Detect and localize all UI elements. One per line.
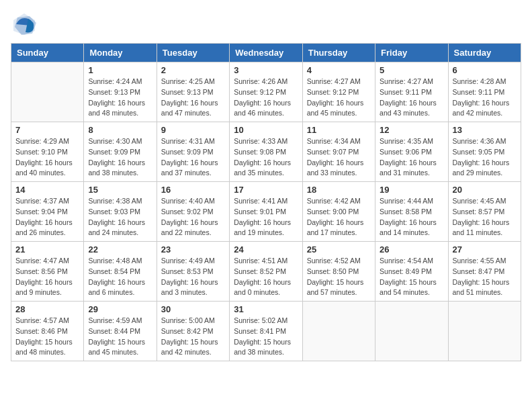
day-number: 25: [307, 244, 371, 255]
week-row-2: 7Sunrise: 4:29 AMSunset: 9:10 PMDaylight…: [11, 122, 521, 182]
calendar: SundayMondayTuesdayWednesdayThursdayFrid…: [11, 43, 521, 361]
calendar-cell: 7Sunrise: 4:29 AMSunset: 9:10 PMDaylight…: [11, 122, 84, 182]
week-row-4: 21Sunrise: 4:47 AMSunset: 8:56 PMDayligh…: [11, 242, 521, 302]
calendar-cell: 9Sunrise: 4:31 AMSunset: 9:09 PMDaylight…: [157, 122, 229, 182]
calendar-cell: 16Sunrise: 4:40 AMSunset: 9:02 PMDayligh…: [157, 182, 229, 242]
day-info: Sunrise: 4:38 AMSunset: 9:03 PMDaylight:…: [88, 196, 152, 238]
day-info: Sunrise: 5:02 AMSunset: 8:41 PMDaylight:…: [234, 316, 298, 358]
day-number: 4: [307, 65, 371, 75]
day-number: 17: [234, 185, 298, 195]
calendar-cell: 3Sunrise: 4:26 AMSunset: 9:12 PMDaylight…: [230, 62, 302, 122]
calendar-cell: 4Sunrise: 4:27 AMSunset: 9:12 PMDaylight…: [302, 62, 375, 122]
day-info: Sunrise: 4:49 AMSunset: 8:53 PMDaylight:…: [161, 256, 225, 298]
day-info: Sunrise: 4:54 AMSunset: 8:49 PMDaylight:…: [380, 256, 443, 298]
day-number: 2: [161, 65, 225, 75]
calendar-cell: [375, 302, 448, 361]
day-info: Sunrise: 4:41 AMSunset: 9:01 PMDaylight:…: [234, 196, 298, 238]
calendar-cell: 8Sunrise: 4:30 AMSunset: 9:09 PMDaylight…: [84, 122, 157, 182]
weekday-header-row: SundayMondayTuesdayWednesdayThursdayFrid…: [11, 44, 521, 62]
weekday-header-tuesday: Tuesday: [157, 44, 229, 62]
day-info: Sunrise: 4:24 AMSunset: 9:13 PMDaylight:…: [88, 77, 152, 119]
day-info: Sunrise: 4:27 AMSunset: 9:12 PMDaylight:…: [307, 77, 371, 119]
calendar-cell: 25Sunrise: 4:52 AMSunset: 8:50 PMDayligh…: [302, 242, 375, 302]
day-number: 14: [15, 185, 79, 195]
week-row-1: 1Sunrise: 4:24 AMSunset: 9:13 PMDaylight…: [11, 62, 521, 122]
day-info: Sunrise: 4:42 AMSunset: 9:00 PMDaylight:…: [307, 196, 371, 238]
calendar-cell: 22Sunrise: 4:48 AMSunset: 8:54 PMDayligh…: [84, 242, 157, 302]
calendar-cell: 11Sunrise: 4:34 AMSunset: 9:07 PMDayligh…: [302, 122, 375, 182]
day-number: 27: [453, 244, 517, 255]
day-info: Sunrise: 4:26 AMSunset: 9:12 PMDaylight:…: [234, 77, 298, 119]
day-info: Sunrise: 4:37 AMSunset: 9:04 PMDaylight:…: [15, 196, 79, 238]
calendar-cell: 27Sunrise: 4:55 AMSunset: 8:47 PMDayligh…: [448, 242, 521, 302]
day-number: 20: [453, 185, 517, 195]
calendar-cell: 5Sunrise: 4:27 AMSunset: 9:11 PMDaylight…: [375, 62, 448, 122]
calendar-cell: 26Sunrise: 4:54 AMSunset: 8:49 PMDayligh…: [375, 242, 448, 302]
day-number: 7: [15, 125, 79, 135]
weekday-header-saturday: Saturday: [448, 44, 521, 62]
calendar-cell: 20Sunrise: 4:45 AMSunset: 8:57 PMDayligh…: [448, 182, 521, 242]
week-row-5: 28Sunrise: 4:57 AMSunset: 8:46 PMDayligh…: [11, 302, 521, 361]
day-info: Sunrise: 4:57 AMSunset: 8:46 PMDaylight:…: [15, 316, 79, 358]
calendar-cell: 18Sunrise: 4:42 AMSunset: 9:00 PMDayligh…: [302, 182, 375, 242]
calendar-cell: 19Sunrise: 4:44 AMSunset: 8:58 PMDayligh…: [375, 182, 448, 242]
calendar-cell: 23Sunrise: 4:49 AMSunset: 8:53 PMDayligh…: [157, 242, 229, 302]
calendar-cell: 2Sunrise: 4:25 AMSunset: 9:13 PMDaylight…: [157, 62, 229, 122]
day-number: 31: [234, 304, 298, 314]
day-info: Sunrise: 4:44 AMSunset: 8:58 PMDaylight:…: [380, 196, 443, 238]
calendar-cell: 15Sunrise: 4:38 AMSunset: 9:03 PMDayligh…: [84, 182, 157, 242]
day-info: Sunrise: 4:59 AMSunset: 8:44 PMDaylight:…: [88, 316, 152, 358]
day-number: 24: [234, 244, 298, 255]
day-info: Sunrise: 4:30 AMSunset: 9:09 PMDaylight:…: [88, 136, 152, 179]
day-number: 8: [88, 125, 152, 135]
day-number: 28: [15, 304, 79, 314]
logo-icon: [11, 11, 38, 38]
day-info: Sunrise: 4:27 AMSunset: 9:11 PMDaylight:…: [380, 77, 443, 119]
day-number: 21: [15, 244, 79, 255]
calendar-cell: 24Sunrise: 4:51 AMSunset: 8:52 PMDayligh…: [230, 242, 302, 302]
day-info: Sunrise: 4:28 AMSunset: 9:11 PMDaylight:…: [453, 77, 517, 119]
calendar-cell: 6Sunrise: 4:28 AMSunset: 9:11 PMDaylight…: [448, 62, 521, 122]
day-info: Sunrise: 4:36 AMSunset: 9:05 PMDaylight:…: [453, 136, 517, 179]
day-number: 10: [234, 125, 298, 135]
calendar-cell: 28Sunrise: 4:57 AMSunset: 8:46 PMDayligh…: [11, 302, 84, 361]
weekday-header-sunday: Sunday: [11, 44, 84, 62]
day-number: 30: [161, 304, 225, 314]
day-info: Sunrise: 4:55 AMSunset: 8:47 PMDaylight:…: [453, 256, 517, 298]
calendar-cell: [448, 302, 521, 361]
week-row-3: 14Sunrise: 4:37 AMSunset: 9:04 PMDayligh…: [11, 182, 521, 242]
day-info: Sunrise: 4:52 AMSunset: 8:50 PMDaylight:…: [307, 256, 371, 298]
day-number: 23: [161, 244, 225, 255]
calendar-cell: 12Sunrise: 4:35 AMSunset: 9:06 PMDayligh…: [375, 122, 448, 182]
day-number: 12: [380, 125, 443, 135]
day-number: 16: [161, 185, 225, 195]
weekday-header-thursday: Thursday: [302, 44, 375, 62]
day-number: 11: [307, 125, 371, 135]
day-info: Sunrise: 4:29 AMSunset: 9:10 PMDaylight:…: [15, 136, 79, 179]
day-info: Sunrise: 4:25 AMSunset: 9:13 PMDaylight:…: [161, 77, 225, 119]
calendar-cell: 29Sunrise: 4:59 AMSunset: 8:44 PMDayligh…: [84, 302, 157, 361]
weekday-header-monday: Monday: [84, 44, 157, 62]
calendar-cell: 31Sunrise: 5:02 AMSunset: 8:41 PMDayligh…: [230, 302, 302, 361]
day-info: Sunrise: 4:35 AMSunset: 9:06 PMDaylight:…: [380, 136, 443, 179]
calendar-cell: 30Sunrise: 5:00 AMSunset: 8:42 PMDayligh…: [157, 302, 229, 361]
calendar-cell: [302, 302, 375, 361]
weekday-header-friday: Friday: [375, 44, 448, 62]
calendar-cell: 10Sunrise: 4:33 AMSunset: 9:08 PMDayligh…: [230, 122, 302, 182]
day-number: 5: [380, 65, 443, 75]
day-info: Sunrise: 4:51 AMSunset: 8:52 PMDaylight:…: [234, 256, 298, 298]
logo: [11, 11, 40, 38]
day-number: 29: [88, 304, 152, 314]
day-info: Sunrise: 4:34 AMSunset: 9:07 PMDaylight:…: [307, 136, 371, 179]
weekday-header-wednesday: Wednesday: [230, 44, 302, 62]
day-info: Sunrise: 4:31 AMSunset: 9:09 PMDaylight:…: [161, 136, 225, 179]
calendar-cell: 21Sunrise: 4:47 AMSunset: 8:56 PMDayligh…: [11, 242, 84, 302]
calendar-cell: 13Sunrise: 4:36 AMSunset: 9:05 PMDayligh…: [448, 122, 521, 182]
header: [11, 11, 521, 38]
day-info: Sunrise: 5:00 AMSunset: 8:42 PMDaylight:…: [161, 316, 225, 358]
day-number: 22: [88, 244, 152, 255]
calendar-cell: 14Sunrise: 4:37 AMSunset: 9:04 PMDayligh…: [11, 182, 84, 242]
day-number: 18: [307, 185, 371, 195]
day-number: 19: [380, 185, 443, 195]
day-info: Sunrise: 4:45 AMSunset: 8:57 PMDaylight:…: [453, 196, 517, 238]
